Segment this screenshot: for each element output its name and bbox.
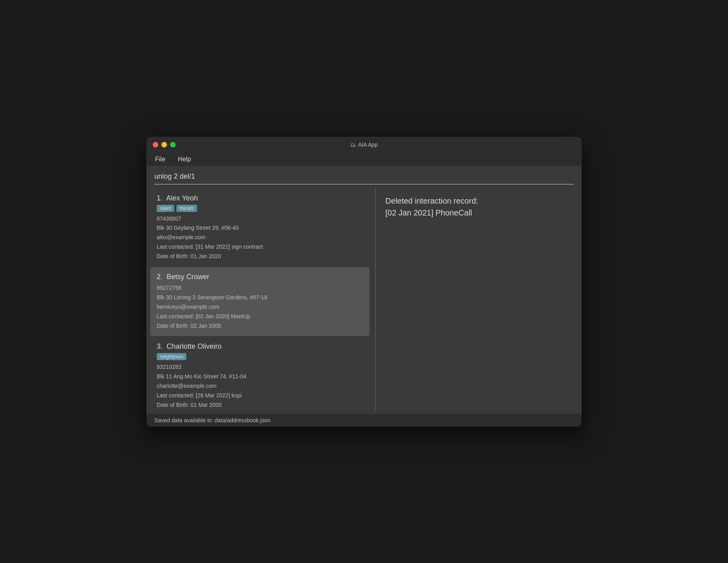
- main-window: 🗂 AIA App File Help 1. Alex Yeoh client …: [146, 137, 582, 427]
- contact-tags-1: client friends: [157, 205, 363, 212]
- main-content: 1. Alex Yeoh client friends 87438807 Blk…: [146, 185, 582, 414]
- panel-divider: [375, 189, 376, 410]
- close-button[interactable]: [153, 142, 158, 147]
- contact-card-3[interactable]: 3. Charlotte Oliveiro neighbours 9321028…: [150, 337, 370, 410]
- window-title-text: AIA App: [358, 142, 378, 148]
- contact-address-2: Blk 30 Lorong 3 Serangoon Gardens, #07-1…: [157, 293, 363, 302]
- contact-email-1: alex@example.com: [157, 233, 363, 242]
- contact-email-3: charlotte@example.com: [157, 382, 363, 391]
- contact-address-3: Blk 11 Ang Mo Kio Street 74, #11-04: [157, 372, 363, 382]
- tag-friends: friends: [176, 205, 197, 212]
- status-bar: Saved data available in: data/addressboo…: [146, 414, 582, 427]
- contact-tags-3: neighbours: [157, 353, 363, 360]
- contact-card-1[interactable]: 1. Alex Yeoh client friends 87438807 Blk…: [150, 189, 370, 267]
- search-bar: [146, 166, 582, 185]
- contact-last-contacted-2: Last contacted: [02 Jan 2020] MeetUp: [157, 312, 363, 321]
- contact-info-2: 99272758 Blk 30 Lorong 3 Serangoon Garde…: [157, 283, 363, 331]
- app-icon: 🗂: [350, 142, 356, 148]
- menu-help[interactable]: Help: [176, 155, 193, 164]
- tag-neighbours: neighbours: [157, 353, 186, 360]
- search-input[interactable]: [154, 171, 574, 185]
- detail-panel: Deleted interaction record:[02 Jan 2021]…: [379, 189, 578, 410]
- contact-info-3: 93210283 Blk 11 Ang Mo Kio Street 74, #1…: [157, 363, 363, 410]
- contact-card-2[interactable]: 2. Betsy Crower 99272758 Blk 30 Lorong 3…: [150, 267, 370, 336]
- contact-phone-1: 87438807: [157, 214, 363, 224]
- contact-address-1: Blk 30 Geylang Street 29, #06-40: [157, 223, 363, 233]
- window-title: 🗂 AIA App: [350, 142, 378, 148]
- contact-dob-2: Date of Birth: 02 Jan 2000: [157, 321, 363, 331]
- contact-phone-3: 93210283: [157, 363, 363, 372]
- menu-bar: File Help: [146, 153, 582, 166]
- contact-last-contacted-1: Last contacted: [31 Mar 2022] sign contr…: [157, 242, 363, 252]
- traffic-lights: [153, 142, 176, 147]
- contact-name-3: 3. Charlotte Oliveiro: [157, 342, 363, 351]
- contact-name-1: 1. Alex Yeoh: [157, 194, 363, 202]
- detail-title: Deleted interaction record:[02 Jan 2021]…: [385, 195, 571, 219]
- title-bar: 🗂 AIA App: [146, 137, 582, 153]
- contact-name-2: 2. Betsy Crower: [157, 273, 363, 281]
- contact-dob-3: Date of Birth: 01 Mar 2000: [157, 401, 363, 410]
- minimize-button[interactable]: [161, 142, 167, 147]
- contact-email-2: berniceyu@example.com: [157, 302, 363, 312]
- tag-client: client: [157, 205, 174, 212]
- contact-phone-2: 99272758: [157, 283, 363, 293]
- contact-last-contacted-3: Last contacted: [26 Mar 2022] kopi: [157, 391, 363, 401]
- contact-dob-1: Date of Birth: 01 Jan 2020: [157, 252, 363, 261]
- maximize-button[interactable]: [170, 142, 176, 147]
- menu-file[interactable]: File: [153, 155, 168, 164]
- contact-info-1: 87438807 Blk 30 Geylang Street 29, #06-4…: [157, 214, 363, 261]
- status-text: Saved data available in: data/addressboo…: [154, 417, 270, 423]
- contacts-panel: 1. Alex Yeoh client friends 87438807 Blk…: [150, 189, 372, 410]
